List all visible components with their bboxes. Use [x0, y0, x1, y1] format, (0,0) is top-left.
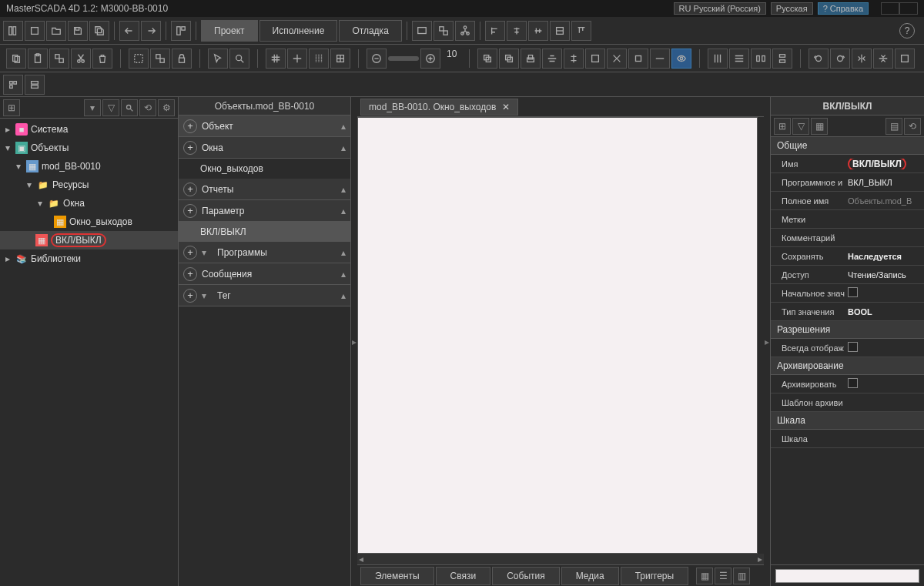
tab-debug[interactable]: Отладка — [339, 20, 401, 42]
zoom-in-button[interactable] — [420, 49, 440, 69]
new-button[interactable] — [25, 21, 45, 41]
cat-parameter[interactable]: +Параметр▴ — [179, 200, 350, 222]
tree-mod[interactable]: ▾▦mod_BB-0010 — [0, 157, 178, 176]
tree-libraries[interactable]: ▸📚Библиотеки — [0, 249, 178, 268]
layout-button[interactable] — [171, 21, 191, 41]
tree-system[interactable]: ▸■Система — [0, 120, 178, 139]
order-btn-4[interactable] — [542, 49, 562, 69]
section-archiving[interactable]: Архивирование — [771, 357, 924, 375]
dist-btn-1[interactable] — [708, 49, 728, 69]
order-btn-1[interactable] — [477, 49, 497, 69]
cat-tag[interactable]: +▾Тег▴ — [179, 285, 350, 306]
close-tab-icon[interactable]: ✕ — [502, 102, 510, 112]
btab-triggers[interactable]: Триггеры — [621, 567, 689, 585]
view-list-icon[interactable]: ☰ — [715, 568, 732, 584]
sub-btn-2[interactable] — [25, 75, 45, 95]
order-btn-7[interactable] — [607, 49, 627, 69]
flip-h-button[interactable] — [852, 49, 872, 69]
delete-button[interactable] — [92, 49, 112, 69]
prop-name[interactable]: Имя ВКЛ/ВЫКЛ — [771, 155, 924, 173]
horizontal-scrollbar[interactable]: ◂ ▸ — [357, 554, 764, 564]
language-indicator[interactable]: RU Русский (Россия) — [674, 2, 766, 15]
tree-link-button[interactable]: ⟲ — [139, 99, 156, 116]
zoom-slider[interactable] — [388, 56, 419, 61]
btab-media[interactable]: Медиа — [561, 567, 619, 585]
pointer-button[interactable] — [208, 49, 228, 69]
grid-btn-1[interactable] — [266, 49, 286, 69]
screen-btn-1[interactable] — [412, 21, 432, 41]
tab-project[interactable]: Проект — [201, 20, 258, 42]
prop-btn-2[interactable]: ▽ — [792, 118, 809, 135]
paste-button[interactable] — [28, 49, 48, 69]
lock-button[interactable] — [172, 49, 192, 69]
cat-messages[interactable]: +Сообщения▴ — [179, 263, 350, 285]
order-btn-5[interactable] — [564, 49, 584, 69]
save-all-button[interactable] — [89, 21, 109, 41]
cat-programs[interactable]: +▾Программы▴ — [179, 242, 350, 263]
align-btn-4[interactable] — [550, 21, 570, 41]
prop-archive[interactable]: Архивировать — [771, 375, 924, 393]
order-btn-9[interactable] — [650, 49, 670, 69]
section-general[interactable]: Общие — [771, 137, 924, 155]
panel-splitter-left[interactable]: ▸ — [351, 97, 357, 586]
btab-links[interactable]: Связи — [436, 567, 491, 585]
prop-alwaysshow[interactable]: Всегда отображ — [771, 339, 924, 357]
prop-scale[interactable]: Шкала — [771, 430, 924, 448]
undo-button[interactable] — [119, 21, 139, 41]
tree-resources[interactable]: ▾📁Ресурсы — [0, 176, 178, 194]
panel-splitter-right[interactable]: ▸ — [764, 97, 770, 586]
prop-valtype[interactable]: Тип значения BOOL — [771, 303, 924, 321]
help-button[interactable]: ? Справка — [818, 2, 869, 15]
tree-filter-button[interactable]: ▽ — [102, 99, 119, 116]
rotate-btn-1[interactable] — [808, 49, 829, 69]
duplicate-button[interactable] — [49, 49, 69, 69]
align-btn-5[interactable] — [571, 21, 591, 41]
minimize-button[interactable] — [881, 2, 899, 15]
view-mode-button[interactable] — [671, 49, 691, 69]
btab-elements[interactable]: Элементы — [360, 567, 434, 585]
design-canvas[interactable] — [357, 117, 758, 554]
screen-btn-2[interactable] — [434, 21, 454, 41]
maximize-button[interactable] — [899, 2, 918, 15]
cat-item-window-outputs[interactable]: Окно_выходов — [179, 159, 350, 179]
prop-save[interactable]: Сохранять Наследуется — [771, 247, 924, 266]
align-btn-1[interactable] — [485, 21, 505, 41]
keyboard-indicator[interactable]: Русская — [771, 2, 813, 15]
alwaysshow-checkbox[interactable] — [848, 342, 858, 352]
dist-btn-3[interactable] — [751, 49, 771, 69]
group-button[interactable] — [129, 49, 149, 69]
help-icon[interactable]: ? — [899, 23, 915, 39]
cat-object[interactable]: +Объект▴ — [179, 116, 350, 137]
tree-collapse-button[interactable]: ▾ — [84, 99, 101, 116]
prop-btn-3[interactable]: ▦ — [811, 118, 828, 135]
toolbar-btn-1[interactable] — [3, 21, 23, 41]
tree-param-vkl[interactable]: ▦ВКЛ/ВЫКЛ — [0, 231, 178, 249]
prop-btn-4[interactable]: ▤ — [886, 118, 902, 135]
prop-comment[interactable]: Комментарий — [771, 229, 924, 247]
order-btn-6[interactable] — [585, 49, 605, 69]
grid-btn-3[interactable] — [309, 49, 329, 69]
cat-item-vkl[interactable]: ВКЛ/ВЫКЛ — [179, 222, 350, 242]
flip-v-button[interactable] — [873, 49, 893, 69]
archive-checkbox[interactable] — [848, 378, 858, 388]
canvas-tab[interactable]: mod_BB-0010. Окно_выходов ✕ — [360, 99, 518, 116]
tab-execution[interactable]: Исполнение — [259, 20, 338, 42]
tree-window-outputs[interactable]: ▦Окно_выходов — [0, 213, 178, 231]
rotate-btn-2[interactable] — [830, 49, 850, 69]
tree-search-button[interactable] — [121, 99, 138, 116]
align-btn-3[interactable] — [528, 21, 548, 41]
prop-initval[interactable]: Начальное знач — [771, 284, 924, 303]
grid-btn-2[interactable] — [287, 49, 307, 69]
grid-btn-4[interactable] — [330, 49, 350, 69]
copy-button[interactable] — [6, 49, 26, 69]
order-btn-3[interactable] — [521, 49, 541, 69]
dist-btn-2[interactable] — [729, 49, 749, 69]
initval-checkbox[interactable] — [848, 287, 858, 297]
cat-windows[interactable]: +Окна▴ — [179, 137, 350, 159]
prop-fullname[interactable]: Полное имя Объекты.mod_B — [771, 192, 924, 210]
open-button[interactable] — [46, 21, 66, 41]
cut-button[interactable] — [71, 49, 91, 69]
save-button[interactable] — [68, 21, 88, 41]
ungroup-button[interactable] — [150, 49, 170, 69]
prop-btn-5[interactable]: ⟲ — [904, 118, 921, 135]
